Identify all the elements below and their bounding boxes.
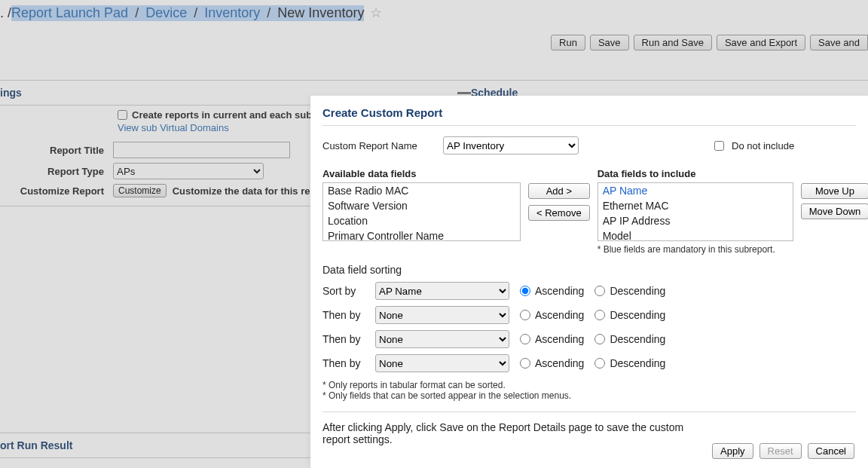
view-sub-vd-link[interactable]: View sub Virtual Domains [118,122,229,133]
collapse-icon[interactable] [457,92,471,94]
list-item[interactable]: AP Name [598,183,793,198]
remove-button[interactable]: < Remove [528,205,590,221]
sort4-desc-radio[interactable] [594,358,605,369]
sort-section-title: Data field sorting [322,255,856,276]
report-type-select[interactable]: APs [113,163,264,179]
breadcrumb-sep: / [191,5,200,20]
list-item[interactable]: Base Radio MAC [323,183,520,198]
run-result-heading: ort Run Result [0,439,72,451]
breadcrumb-prefix: . / [0,5,11,21]
sort3-desc-radio[interactable] [594,334,605,344]
mandatory-note: * Blue fields are mandatory in this subr… [598,241,793,255]
sort-by-label: Sort by [322,285,365,297]
save-button[interactable]: Save [590,35,629,50]
include-fields-header: Data fields to include [598,168,793,182]
list-item[interactable]: Model [598,228,793,241]
report-title-label: Report Title [0,145,113,156]
available-fields-header: Available data fields [322,168,521,182]
list-item[interactable]: AP IP Address [598,213,793,228]
sort4-asc-radio[interactable] [520,358,530,369]
breadcrumb-link-inventory[interactable]: Inventory [204,5,260,20]
list-item[interactable]: Location [323,213,520,228]
settings-heading: ings [0,87,22,99]
breadcrumb-sep: / [132,5,142,20]
sort1-desc-radio[interactable] [594,286,605,296]
save-and-export-button[interactable]: Save and Export [717,35,805,50]
custom-report-name-select[interactable]: AP Inventory [443,136,579,154]
available-fields-listbox[interactable]: Base Radio MAC Software Version Location… [322,182,521,241]
list-item[interactable]: Ethernet MAC [598,198,793,213]
breadcrumb-current: New Inventory [277,5,364,20]
run-button[interactable]: Run [551,35,585,50]
then-by-label: Then by [322,309,365,321]
customize-report-label: Customize Report [0,185,113,197]
reset-button[interactable]: Reset [760,443,802,459]
save-and-button[interactable]: Save and [810,35,868,50]
do-not-include-label: Do not include [732,140,794,151]
breadcrumb-link-launchpad[interactable]: Report Launch Pad [11,5,128,20]
sort1-asc-radio[interactable] [520,286,530,296]
footnote-2: * Only fields that can be sorted appear … [322,390,856,401]
sort-by-select-2[interactable]: None [375,306,509,324]
sort2-asc-radio[interactable] [520,310,530,320]
add-button[interactable]: Add > [528,183,590,199]
then-by-label: Then by [322,357,365,369]
breadcrumb: . / Report Launch Pad / Device / Invento… [0,0,868,26]
sort-by-select-4[interactable]: None [375,354,509,372]
list-item[interactable]: Primary Controller Name [323,228,520,241]
apply-note: After clicking Apply, click Save on the … [322,412,699,445]
move-up-button[interactable]: Move Up [801,183,868,199]
footnote-1: * Only reports in tabular format can be … [322,380,856,390]
report-title-input[interactable] [113,142,290,158]
sort-by-select-1[interactable]: AP Name [375,282,509,300]
sort2-desc-radio[interactable] [594,310,605,320]
list-item[interactable]: Software Version [323,198,520,213]
breadcrumb-link-device[interactable]: Device [145,5,187,20]
report-type-label: Report Type [0,166,113,177]
custom-report-name-label: Custom Report Name [322,140,443,151]
cancel-button[interactable]: Cancel [808,443,854,459]
create-sub-vd-checkbox[interactable] [118,110,127,120]
customize-desc: Customize the data for this re [167,185,310,197]
move-down-button[interactable]: Move Down [801,203,868,219]
breadcrumb-sep: / [264,5,274,20]
run-and-save-button[interactable]: Run and Save [634,35,712,50]
dialog-title: Create Custom Report [322,106,856,126]
then-by-label: Then by [322,333,365,345]
sort-by-select-3[interactable]: None [375,330,509,348]
include-fields-listbox[interactable]: AP Name Ethernet MAC AP IP Address Model [598,182,793,241]
apply-button[interactable]: Apply [712,443,753,459]
action-toolbar: Run Save Run and Save Save and Export Sa… [546,30,868,55]
customize-button[interactable]: Customize [113,184,167,197]
create-custom-report-dialog: Create Custom Report Custom Report Name … [310,96,868,468]
do-not-include-checkbox[interactable] [714,141,724,151]
favorite-star-icon[interactable]: ☆ [370,5,382,21]
sort3-asc-radio[interactable] [520,334,530,344]
